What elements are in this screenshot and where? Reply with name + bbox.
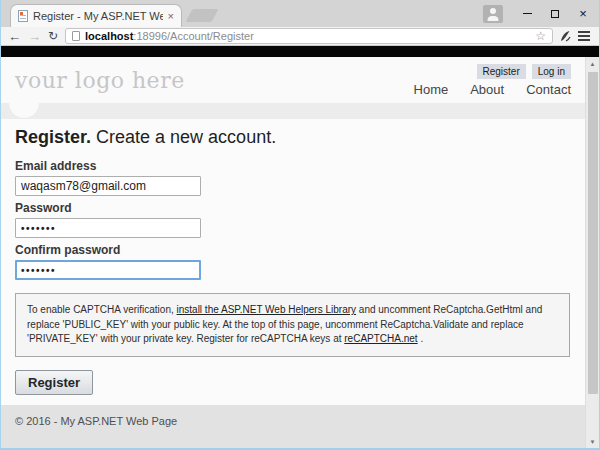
minimize-button[interactable] — [513, 3, 541, 25]
register-form-section: Register. Create a new account. Email ad… — [1, 119, 585, 405]
page-top-black-bar — [1, 46, 599, 57]
email-input[interactable] — [15, 176, 201, 196]
tab-title: Register - My ASP.NET We — [33, 10, 163, 22]
page-viewport: your logo here Register Log in Home Abou… — [1, 46, 599, 448]
bookmark-star-icon[interactable]: ☆ — [535, 30, 546, 42]
maximize-icon — [551, 10, 559, 18]
site-footer: © 2016 - My ASP.NET Web Page — [1, 405, 585, 448]
recaptcha-link[interactable]: reCAPTCHA.net — [344, 333, 417, 344]
scroll-down-icon[interactable]: ▼ — [586, 435, 599, 448]
browser-window: Register - My ASP.NET We × × ← → ↻ lo — [0, 0, 600, 450]
confirm-password-input[interactable] — [15, 260, 201, 280]
captcha-text: To enable CAPTCHA verification, — [27, 304, 177, 315]
header-band — [1, 103, 585, 119]
copyright-text: © 2016 - My ASP.NET Web Page — [15, 415, 177, 427]
web-helpers-link[interactable]: install the ASP.NET Web Helpers Library — [177, 304, 357, 315]
header-login-link[interactable]: Log in — [532, 64, 571, 79]
new-tab-button[interactable] — [186, 9, 219, 22]
password-input[interactable] — [15, 218, 201, 238]
extension-icon[interactable] — [560, 30, 571, 42]
profile-button[interactable] — [483, 5, 503, 23]
window-controls: × — [483, 0, 597, 27]
forward-button[interactable]: → — [28, 30, 41, 43]
scrollbar-thumb[interactable] — [588, 72, 598, 394]
captcha-notice: To enable CAPTCHA verification, install … — [15, 293, 570, 357]
browser-toolbar: ← → ↻ localhost:18996/Account/Register ☆ — [1, 27, 599, 46]
site-header: your logo here Register Log in Home Abou… — [1, 57, 585, 103]
url-text[interactable]: localhost:18996/Account/Register — [85, 30, 530, 42]
close-icon: × — [579, 6, 587, 21]
page-icon — [72, 31, 80, 41]
nav-home[interactable]: Home — [414, 82, 449, 97]
scroll-up-icon[interactable]: ▲ — [586, 57, 599, 70]
register-submit-button[interactable]: Register — [15, 370, 93, 395]
url-host: localhost — [85, 30, 133, 42]
site-logo: your logo here — [15, 68, 185, 103]
minimize-icon — [523, 13, 532, 14]
password-label: Password — [15, 201, 570, 215]
nav-about[interactable]: About — [470, 82, 504, 97]
tab-favicon-icon — [18, 10, 28, 22]
confirm-password-label: Confirm password — [15, 243, 570, 257]
main-nav: Home About Contact — [414, 82, 571, 97]
vertical-scrollbar[interactable]: ▲ ▼ — [585, 57, 599, 448]
captcha-text: . — [418, 333, 424, 344]
nav-contact[interactable]: Contact — [526, 82, 571, 97]
back-button[interactable]: ← — [8, 30, 21, 43]
reload-button[interactable]: ↻ — [48, 30, 58, 42]
browser-tab[interactable]: Register - My ASP.NET We × — [10, 4, 182, 27]
header-notch — [9, 88, 39, 118]
header-right: Register Log in Home About Contact — [414, 57, 571, 103]
close-button[interactable]: × — [569, 3, 597, 25]
menu-icon[interactable] — [578, 31, 590, 41]
email-label: Email address — [15, 159, 570, 173]
page-content: your logo here Register Log in Home Abou… — [1, 57, 585, 448]
url-path: :18996/Account/Register — [133, 30, 253, 42]
auth-buttons: Register Log in — [477, 64, 572, 79]
person-icon — [490, 8, 496, 14]
page-title: Register. Create a new account. — [15, 127, 570, 148]
address-bar[interactable]: localhost:18996/Account/Register ☆ — [65, 28, 553, 44]
header-register-link[interactable]: Register — [477, 64, 526, 79]
tab-close-icon[interactable]: × — [168, 11, 174, 22]
browser-titlebar: Register - My ASP.NET We × × — [1, 0, 599, 27]
maximize-button[interactable] — [541, 3, 569, 25]
